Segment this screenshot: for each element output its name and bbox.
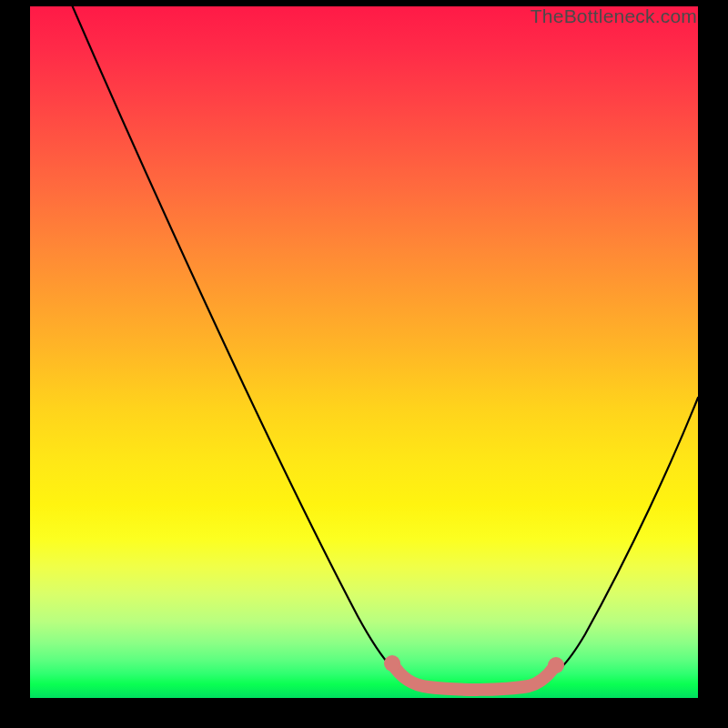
chart-plot-area <box>30 6 698 698</box>
watermark-text: TheBottleneck.com <box>531 5 697 27</box>
flat-bottom-marker <box>392 663 554 690</box>
chart-stage: TheBottleneck.com <box>0 0 728 728</box>
flat-bottom-dot-left <box>384 655 400 672</box>
flat-bottom-dot-right <box>548 657 564 673</box>
bottleneck-curve <box>65 0 698 688</box>
chart-svg <box>30 6 698 698</box>
